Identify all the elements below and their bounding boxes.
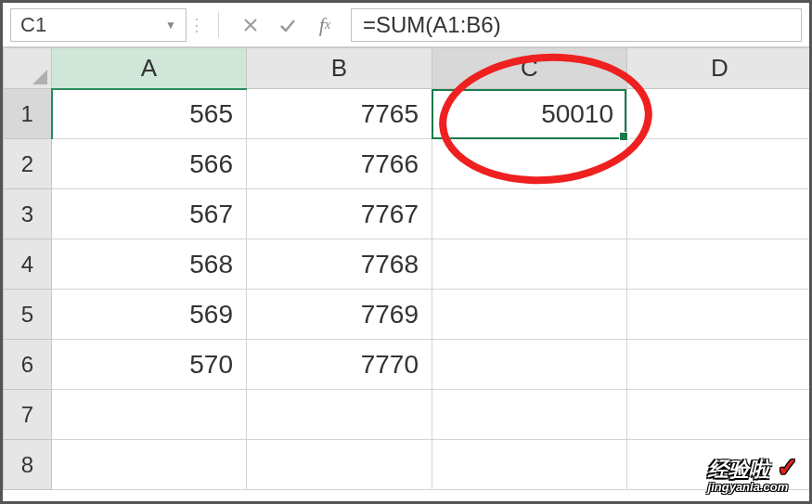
row-header-6[interactable]: 6 bbox=[4, 340, 52, 390]
name-box-dropdown-icon[interactable]: ▼ bbox=[165, 19, 176, 32]
row-header-8[interactable]: 8 bbox=[4, 440, 52, 490]
cell-B6[interactable]: 7770 bbox=[247, 340, 432, 390]
cell-A7[interactable] bbox=[52, 390, 247, 440]
cancel-icon[interactable] bbox=[232, 8, 269, 42]
cell-C4[interactable] bbox=[432, 239, 627, 290]
row-header-1[interactable]: 1 bbox=[4, 89, 52, 139]
cell-B8[interactable] bbox=[247, 440, 432, 490]
cell-B1[interactable]: 7765 bbox=[247, 89, 432, 139]
table-row: 1 565 7765 50010 bbox=[4, 89, 813, 139]
table-row: 6 570 7770 bbox=[4, 340, 813, 390]
watermark-check-icon: ✓ bbox=[777, 453, 798, 482]
cell-A2[interactable]: 566 bbox=[52, 139, 247, 189]
cell-B7[interactable] bbox=[247, 390, 432, 440]
column-header-C[interactable]: C bbox=[432, 48, 627, 89]
cell-B4[interactable]: 7768 bbox=[247, 239, 432, 290]
row-header-4[interactable]: 4 bbox=[4, 239, 52, 290]
formula-input[interactable]: =SUM(A1:B6) bbox=[351, 8, 802, 42]
table-row: 2 566 7766 bbox=[4, 139, 813, 189]
column-header-B[interactable]: B bbox=[247, 48, 432, 89]
cell-B3[interactable]: 7767 bbox=[247, 189, 432, 239]
cell-C5[interactable] bbox=[432, 290, 627, 340]
cell-C6[interactable] bbox=[432, 340, 627, 390]
cell-A5[interactable]: 569 bbox=[52, 290, 247, 340]
select-all-corner[interactable] bbox=[4, 48, 52, 89]
watermark-url: jingyanla.com bbox=[708, 480, 798, 494]
cell-A8[interactable] bbox=[52, 440, 247, 490]
cell-A3[interactable]: 567 bbox=[52, 189, 247, 239]
table-row: 4 568 7768 bbox=[4, 239, 813, 290]
table-row: 8 bbox=[4, 440, 813, 490]
cell-A1[interactable]: 565 bbox=[52, 89, 247, 139]
cell-C7[interactable] bbox=[432, 390, 627, 440]
row-header-5[interactable]: 5 bbox=[4, 290, 52, 340]
cell-C1[interactable]: 50010 bbox=[432, 89, 627, 139]
column-header-A[interactable]: A bbox=[52, 48, 247, 89]
cell-C2[interactable] bbox=[432, 139, 627, 189]
column-header-D[interactable]: D bbox=[627, 48, 813, 89]
cell-C3[interactable] bbox=[432, 189, 627, 239]
cell-D2[interactable] bbox=[627, 139, 813, 189]
table-row: 3 567 7767 bbox=[4, 189, 813, 239]
cell-A6[interactable]: 570 bbox=[52, 340, 247, 390]
divider bbox=[218, 12, 219, 38]
cell-D6[interactable] bbox=[627, 340, 813, 390]
name-box[interactable]: C1 ▼ bbox=[10, 8, 187, 42]
cell-D5[interactable] bbox=[627, 290, 813, 340]
cell-A4[interactable]: 568 bbox=[52, 239, 247, 290]
confirm-icon[interactable] bbox=[269, 8, 306, 42]
fx-icon[interactable]: fx bbox=[306, 8, 343, 42]
cell-B2[interactable]: 7766 bbox=[247, 139, 432, 189]
spreadsheet-grid: A B C D 1 565 7765 50010 2 566 7766 bbox=[3, 47, 809, 490]
formula-bar: C1 ▼ ⋮ fx =SUM(A1:B6) bbox=[3, 3, 809, 47]
table-row: 7 bbox=[4, 390, 813, 440]
name-box-value: C1 bbox=[20, 13, 46, 37]
cell-C8[interactable] bbox=[432, 440, 627, 490]
cell-D7[interactable] bbox=[627, 390, 813, 440]
row-header-7[interactable]: 7 bbox=[4, 390, 52, 440]
row-header-2[interactable]: 2 bbox=[4, 139, 52, 189]
row-header-3[interactable]: 3 bbox=[4, 189, 52, 239]
cell-D3[interactable] bbox=[627, 189, 813, 239]
formula-text: =SUM(A1:B6) bbox=[363, 12, 501, 38]
cell-D4[interactable] bbox=[627, 239, 813, 290]
table-row: 5 569 7769 bbox=[4, 290, 813, 340]
cell-D1[interactable] bbox=[627, 89, 813, 139]
cell-B5[interactable]: 7769 bbox=[247, 290, 432, 340]
watermark: 经验啦 ✓ jingyanla.com bbox=[708, 452, 798, 494]
formula-bar-expand-icon[interactable]: ⋮ bbox=[187, 15, 205, 35]
